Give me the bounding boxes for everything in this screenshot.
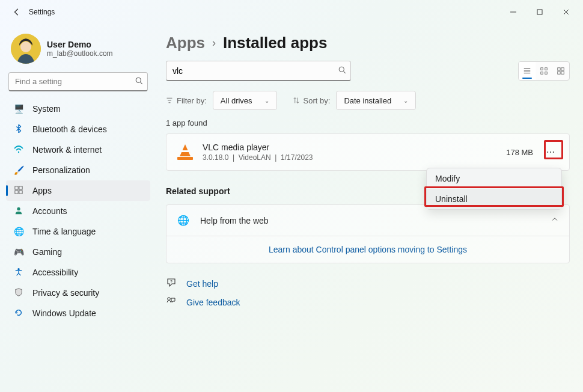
app-row: VLC media player 3.0.18.0 | VideoLAN | 1… bbox=[166, 133, 570, 171]
nav-item-network[interactable]: Network & internet bbox=[6, 139, 150, 160]
feedback-icon bbox=[166, 296, 177, 308]
nav-item-apps[interactable]: Apps bbox=[6, 180, 150, 201]
sort-dropdown[interactable]: Date installed ⌄ bbox=[336, 91, 416, 110]
feedback-link[interactable]: Give feedback bbox=[186, 298, 240, 307]
nav-item-bluetooth[interactable]: Bluetooth & devices bbox=[6, 119, 150, 139]
svg-rect-19 bbox=[545, 68, 548, 70]
nav-label: Time & language bbox=[32, 227, 96, 236]
bottom-links: ? Get help Give feedback bbox=[166, 274, 570, 311]
breadcrumb-root[interactable]: Apps bbox=[166, 34, 205, 52]
svg-point-6 bbox=[18, 151, 19, 152]
app-name: VLC media player bbox=[203, 142, 313, 152]
vlc-icon bbox=[177, 144, 193, 160]
svg-rect-24 bbox=[558, 72, 560, 74]
user-block[interactable]: User Demo m_lab@outlook.com bbox=[6, 30, 150, 72]
view-grid-large-button[interactable] bbox=[552, 62, 569, 80]
main-content: Apps › Installed apps Filter by: bbox=[156, 24, 583, 392]
svg-line-5 bbox=[141, 82, 142, 84]
svg-rect-7 bbox=[15, 186, 18, 189]
svg-rect-22 bbox=[558, 68, 560, 70]
filter-value: All drives bbox=[221, 96, 252, 105]
svg-point-13 bbox=[339, 67, 344, 72]
nav-item-update[interactable]: Windows Update bbox=[6, 303, 150, 323]
sort-label: Sort by: bbox=[293, 96, 331, 105]
sidebar: User Demo m_lab@outlook.com 🖥️System Blu… bbox=[0, 24, 156, 392]
wifi-icon bbox=[13, 145, 24, 155]
shield-icon bbox=[13, 288, 24, 298]
sort-icon bbox=[293, 97, 300, 104]
results-count: 1 app found bbox=[166, 118, 570, 127]
filter-dropdown[interactable]: All drives ⌄ bbox=[213, 91, 277, 110]
help-from-web-label: Help from the web bbox=[200, 216, 269, 225]
view-grid-small-button[interactable] bbox=[536, 62, 552, 80]
sort-value: Date installed bbox=[344, 96, 391, 105]
context-menu: Modify Uninstall bbox=[426, 168, 562, 210]
svg-rect-21 bbox=[545, 72, 548, 75]
user-email: m_lab@outlook.com bbox=[47, 49, 113, 58]
nav-label: Windows Update bbox=[32, 308, 96, 318]
accessibility-icon bbox=[13, 268, 24, 278]
globe-clock-icon: 🌐 bbox=[13, 227, 24, 236]
back-button[interactable] bbox=[8, 4, 25, 20]
person-icon bbox=[13, 206, 24, 216]
control-panel-link[interactable]: Learn about Control panel options moving… bbox=[269, 245, 467, 254]
gamepad-icon: 🎮 bbox=[13, 247, 24, 257]
update-icon bbox=[13, 308, 24, 319]
app-search bbox=[166, 61, 351, 81]
svg-point-12 bbox=[17, 268, 20, 270]
nav-item-accounts[interactable]: Accounts bbox=[6, 201, 150, 221]
paintbrush-icon: 🖌️ bbox=[13, 165, 24, 175]
search-icon bbox=[135, 77, 143, 87]
svg-point-27 bbox=[168, 298, 171, 301]
settings-search-input[interactable] bbox=[8, 72, 148, 91]
nav-item-gaming[interactable]: 🎮Gaming bbox=[6, 242, 150, 262]
minimize-button[interactable] bbox=[500, 2, 527, 22]
chevron-down-icon: ⌄ bbox=[264, 97, 269, 104]
svg-rect-1 bbox=[537, 10, 542, 14]
user-name: User Demo bbox=[47, 40, 113, 49]
svg-point-3 bbox=[20, 41, 31, 52]
maximize-button[interactable] bbox=[527, 2, 553, 22]
bluetooth-icon bbox=[13, 124, 24, 135]
view-list-button[interactable] bbox=[519, 62, 536, 80]
svg-point-4 bbox=[136, 78, 141, 82]
nav-item-system[interactable]: 🖥️System bbox=[6, 99, 150, 119]
page-title: Installed apps bbox=[223, 34, 327, 52]
nav-item-accessibility[interactable]: Accessibility bbox=[6, 262, 150, 283]
help-link-row: Learn about Control panel options moving… bbox=[166, 236, 569, 263]
menu-item-modify[interactable]: Modify bbox=[427, 168, 561, 189]
filter-label: Filter by: bbox=[166, 96, 207, 105]
nav-item-personalization[interactable]: 🖌️Personalization bbox=[6, 160, 150, 180]
search-icon bbox=[338, 66, 346, 76]
menu-item-uninstall[interactable]: Uninstall bbox=[427, 189, 561, 209]
svg-rect-20 bbox=[541, 72, 543, 75]
close-button[interactable] bbox=[553, 2, 579, 22]
svg-point-11 bbox=[17, 207, 20, 210]
view-toggle bbox=[518, 61, 570, 81]
svg-text:?: ? bbox=[170, 280, 172, 284]
app-meta: 3.0.18.0 | VideoLAN | 1/17/2023 bbox=[203, 153, 313, 162]
get-help-link[interactable]: Get help bbox=[186, 279, 218, 289]
nav-label: Gaming bbox=[32, 247, 62, 257]
monitor-icon: 🖥️ bbox=[13, 104, 24, 114]
window-title: Settings bbox=[29, 8, 55, 16]
svg-rect-9 bbox=[15, 190, 18, 193]
nav-item-privacy[interactable]: Privacy & security bbox=[6, 283, 150, 303]
app-size: 178 MB bbox=[506, 148, 533, 157]
nav-label: Bluetooth & devices bbox=[32, 124, 107, 134]
nav-item-time-language[interactable]: 🌐Time & language bbox=[6, 221, 150, 242]
breadcrumb: Apps › Installed apps bbox=[166, 30, 570, 61]
nav-label: Personalization bbox=[32, 165, 90, 175]
more-options-button[interactable]: ⋯ bbox=[543, 144, 558, 160]
svg-line-14 bbox=[344, 72, 346, 73]
titlebar: Settings bbox=[0, 0, 583, 24]
svg-rect-23 bbox=[561, 68, 564, 70]
svg-rect-18 bbox=[541, 68, 543, 70]
apps-icon bbox=[13, 186, 24, 196]
help-card: 🌐 Help from the web Learn about Control … bbox=[166, 204, 570, 263]
nav-label: Network & internet bbox=[32, 145, 102, 155]
nav-label: Apps bbox=[32, 186, 52, 195]
svg-rect-10 bbox=[19, 190, 22, 193]
app-search-input[interactable] bbox=[166, 61, 351, 81]
help-icon: ? bbox=[166, 278, 177, 289]
